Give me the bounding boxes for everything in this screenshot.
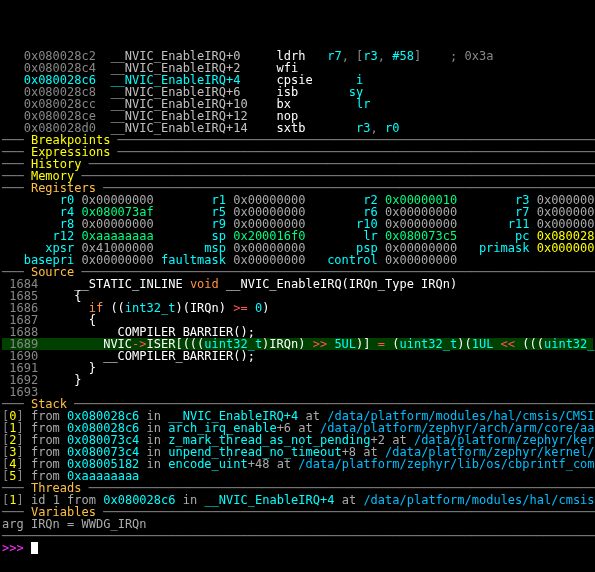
cursor[interactable] <box>31 542 38 554</box>
source-line: 1691 } <box>2 362 593 374</box>
reg-primask-val: 0x00000001 <box>537 241 595 255</box>
source-line: 1692 } <box>2 374 593 386</box>
prompt-line[interactable]: >>> <box>2 542 593 554</box>
stack-frame-path[interactable]: /data/platform/zephyr/lib/os/cbprintf_co… <box>298 457 595 471</box>
stack-frame-fn: encode_uint <box>168 457 247 471</box>
reg-primask: primask <box>457 241 529 255</box>
source-line: 1684 __STATIC_INLINE void __NVIC_EnableI… <box>2 278 593 290</box>
divider: ────────────────────────────────────────… <box>2 530 593 542</box>
prompt: >>> <box>2 541 31 555</box>
